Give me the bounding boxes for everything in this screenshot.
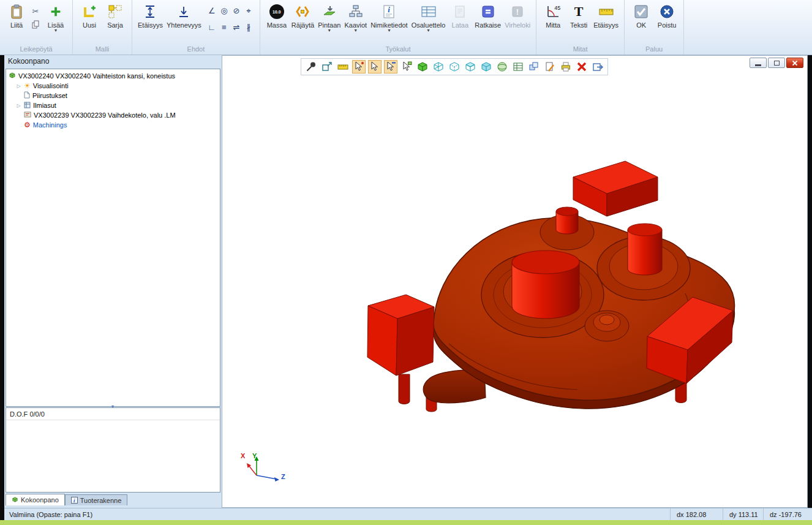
axes-icon <box>239 451 295 488</box>
shaded-cube-icon[interactable] <box>479 60 493 74</box>
distance-measure-button[interactable]: Etäisyys <box>592 1 620 29</box>
shaded-edge-cube-icon[interactable] <box>464 60 477 74</box>
select-point-icon[interactable] <box>352 60 366 74</box>
tree-row-drawings[interactable]: Piirustukset <box>7 91 219 100</box>
chevron-down-icon: ▾ <box>328 29 331 32</box>
tree-row-root[interactable]: VX3002240 VX3002240 Vaihteiston kansi, k… <box>7 71 219 81</box>
text-button[interactable]: T Teksti <box>566 1 592 29</box>
application-window: Liitä ✂ Lisää ▾ Leikepöytä <box>0 0 812 525</box>
assembly-icon <box>9 72 16 80</box>
parts-list-icon <box>421 4 437 20</box>
measure-label: Mitta <box>546 21 560 29</box>
explode-icon <box>295 4 310 20</box>
diagrams-button[interactable]: Kaaviot ▾ <box>342 1 369 32</box>
assembly-tree: VX3002240 VX3002240 Vaihteiston kansi, k… <box>6 69 220 407</box>
ribbon-group-return: OK Poistu Paluu <box>625 0 684 55</box>
exit-button[interactable]: Poistu <box>654 1 680 29</box>
plus-icon <box>48 4 64 20</box>
item-data-button[interactable]: i Nimiketiedot ▾ <box>369 1 410 32</box>
close-button[interactable] <box>786 58 803 68</box>
ok-check-icon <box>633 4 649 20</box>
error-log-icon: ! <box>509 4 525 20</box>
copy-parts-icon[interactable] <box>527 60 541 74</box>
text-label: Teksti <box>570 21 587 29</box>
explode-button[interactable]: Räjäytä <box>290 1 316 29</box>
copy-icon[interactable] <box>31 20 40 29</box>
measure-angle-value: 45 <box>554 5 560 11</box>
pin-icon[interactable] <box>304 60 318 74</box>
restore-icon <box>774 61 780 66</box>
equal-constraint-icon[interactable]: ⇌ <box>230 21 242 38</box>
expander-icon[interactable]: ▷ <box>16 103 21 108</box>
explode-label: Räjäytä <box>291 21 314 29</box>
group-label-model: Malli <box>77 45 128 55</box>
ok-button[interactable]: OK <box>628 1 654 29</box>
restore-button[interactable] <box>768 58 785 68</box>
minimize-button[interactable] <box>750 58 767 68</box>
select-edge-icon[interactable] <box>384 60 397 74</box>
new-label: Uusi <box>83 21 96 29</box>
delete-icon[interactable] <box>575 60 588 74</box>
tree-row-views[interactable]: ▷ Ilmiasut <box>7 100 219 110</box>
annotate-icon[interactable] <box>543 60 557 74</box>
group-label-return: Paluu <box>628 45 680 55</box>
measure-tool-icon[interactable] <box>336 60 350 74</box>
parts-list-button[interactable]: Osaluettelo ▾ <box>410 1 448 32</box>
add-button[interactable]: Lisää ▾ <box>43 1 69 32</box>
export-view-icon[interactable] <box>591 60 604 74</box>
tangent-constraint-icon[interactable]: ⊘ <box>230 5 242 21</box>
tree-row-part[interactable]: VX3002239 VX3002239 Vaihdekotelo, valu .… <box>7 110 219 120</box>
3d-viewport[interactable]: X Y Z <box>222 55 808 508</box>
nonparallel-constraint-icon[interactable]: ∦ <box>242 21 255 38</box>
load-icon <box>452 4 468 20</box>
zoom-window-icon[interactable] <box>320 60 334 74</box>
angle-constraint-icon[interactable]: ∠ <box>206 5 218 21</box>
solve-button[interactable]: Ratkaise <box>473 1 503 29</box>
series-button[interactable]: Sarja <box>102 1 128 29</box>
coincidence-button[interactable]: Yhtenevyys <box>165 1 203 29</box>
select-cursor-icon[interactable] <box>368 60 382 74</box>
select-face-icon[interactable] <box>400 60 413 74</box>
ribbon-group-tools: 10.0 Massa Räjäytä Pintaan ▾ <box>260 0 536 55</box>
part-icon <box>24 111 31 119</box>
svg-text:!: ! <box>516 7 519 17</box>
tree-row-visualization[interactable]: ▷ ☀ Visualisointi <box>7 81 219 91</box>
expander-icon[interactable]: ▷ <box>16 83 21 89</box>
render-sphere-icon[interactable] <box>495 60 509 74</box>
solve-icon <box>480 4 496 20</box>
window-edge-right <box>808 55 812 508</box>
chevron-down-icon: ▾ <box>427 29 430 32</box>
part-table-icon[interactable] <box>511 60 525 74</box>
tree-label: Machinings <box>33 121 67 129</box>
center-constraint-icon[interactable]: ⌖ <box>242 5 255 21</box>
new-button[interactable]: Uusi <box>77 1 102 29</box>
cut-icon[interactable]: ✂ <box>31 6 40 16</box>
tab-assembly[interactable]: Kokoonpano <box>6 494 65 505</box>
to-surface-button[interactable]: Pintaan ▾ <box>316 1 342 32</box>
paste-button[interactable]: Liitä <box>4 1 29 29</box>
gearbox-cover-model[interactable] <box>222 56 808 508</box>
measure-button[interactable]: 45 Mitta <box>540 1 566 29</box>
distance-constraint-button[interactable]: Etäisyys <box>136 1 165 29</box>
svg-text:i: i <box>388 5 391 14</box>
parallel-constraint-icon[interactable]: ≡ <box>218 21 230 38</box>
paste-label: Liitä <box>10 21 23 29</box>
mass-button[interactable]: 10.0 Massa <box>264 1 290 29</box>
info-icon: i <box>71 497 78 504</box>
group-label-dimensions: Mitat <box>540 45 620 55</box>
tree-row-machinings[interactable]: ⚙ Machinings <box>7 120 219 130</box>
perpendicular-constraint-icon[interactable]: ∟ <box>206 21 218 38</box>
group-label-constraints: Ehdot <box>136 45 256 55</box>
hidden-edge-cube-icon[interactable] <box>448 60 461 74</box>
coincidence-icon <box>176 4 192 20</box>
tree-label: Ilmiasut <box>33 102 56 109</box>
axis-x-label: X <box>241 452 245 459</box>
concentric-constraint-icon[interactable]: ◎ <box>218 5 230 21</box>
print-icon[interactable] <box>559 60 573 74</box>
splitter-handle[interactable]: ▾ <box>111 404 114 409</box>
solid-cube-icon[interactable] <box>416 60 429 74</box>
status-bar: Valmiina (Opaste: paina F1) dx 182.08 dy… <box>4 508 812 520</box>
coincidence-label: Yhtenevyys <box>167 21 201 29</box>
wire-cube-icon[interactable] <box>432 60 445 74</box>
tab-product-structure[interactable]: i Tuoterakenne <box>65 494 127 505</box>
